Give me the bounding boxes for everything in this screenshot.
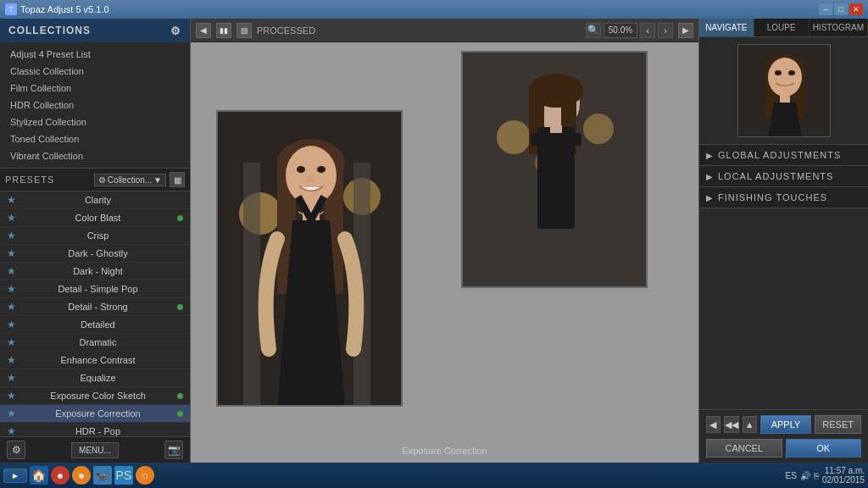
star-icon: ★ bbox=[7, 194, 19, 206]
list-item[interactable]: HDR Collection bbox=[0, 97, 190, 114]
svg-point-2 bbox=[583, 114, 614, 144]
svg-point-33 bbox=[788, 70, 795, 75]
taskbar-volume-icon: 🔊 bbox=[800, 471, 810, 480]
navigation-thumbnail bbox=[737, 44, 831, 137]
svg-point-21 bbox=[317, 166, 326, 173]
preset-item[interactable]: ★ Enhance Contrast bbox=[0, 352, 190, 369]
star-icon: ★ bbox=[7, 247, 19, 259]
after-image bbox=[216, 110, 403, 407]
preset-item[interactable]: ★ Dramatic bbox=[0, 334, 190, 352]
presets-header: PRESETS ⚙ Collection... ▼ ▦ bbox=[0, 169, 190, 191]
taskbar-icon-1[interactable]: 🏠 bbox=[30, 466, 48, 485]
chevron-right-icon: ▶ bbox=[706, 172, 713, 181]
taskbar-icon-3[interactable]: ● bbox=[72, 466, 91, 485]
preset-item[interactable]: ★ Color Blast bbox=[0, 209, 190, 227]
reset-button[interactable]: RESET bbox=[815, 415, 861, 434]
preset-dot-empty bbox=[177, 375, 183, 381]
nav-prev-button[interactable]: ◀ bbox=[706, 416, 721, 433]
next-button[interactable]: ▶ bbox=[678, 23, 693, 38]
presets-label: PRESETS bbox=[5, 175, 54, 185]
camera-button[interactable]: 📷 bbox=[164, 441, 183, 459]
taskbar-icon-6[interactable]: ○ bbox=[136, 466, 154, 485]
apply-button[interactable]: APPLY bbox=[760, 415, 812, 434]
menu-button[interactable]: MENU... bbox=[71, 442, 119, 458]
before-image bbox=[461, 51, 648, 288]
preset-item[interactable]: ★ Dark - Night bbox=[0, 263, 190, 280]
processed-label: PROCESSED bbox=[257, 25, 581, 36]
settings-button[interactable]: ⚙ bbox=[7, 441, 25, 459]
tab-histogram[interactable]: HISTOGRAM bbox=[810, 19, 868, 36]
preset-item[interactable]: ★ Exposure Color Sketch bbox=[0, 387, 190, 405]
ok-button[interactable]: OK bbox=[786, 439, 862, 458]
maximize-button[interactable]: □ bbox=[834, 3, 848, 15]
collections-header: COLLECTIONS ⚙ bbox=[0, 19, 190, 42]
local-adjustments-section: ▶ LOCAL ADJUSTMENTS bbox=[699, 166, 868, 187]
svg-point-1 bbox=[497, 120, 531, 154]
list-item[interactable]: Stylized Collection bbox=[0, 114, 190, 130]
preset-dot-empty bbox=[177, 286, 183, 292]
before-image-svg bbox=[463, 53, 648, 288]
global-adjustments-header[interactable]: ▶ GLOBAL ADJUSTMENTS bbox=[699, 145, 868, 165]
cancel-button[interactable]: CANCEL bbox=[706, 439, 782, 458]
presets-list: ★ Clarity ★ Color Blast ★ Crisp ★ Dark -… bbox=[0, 191, 190, 436]
local-adjustments-header[interactable]: ▶ LOCAL ADJUSTMENTS bbox=[699, 166, 868, 186]
chevron-right-icon: ▶ bbox=[706, 151, 713, 160]
preset-item[interactable]: ★ Detail - Simple Pop bbox=[0, 280, 190, 298]
preset-item[interactable]: ★ Clarity bbox=[0, 191, 190, 209]
list-item[interactable]: Classic Collection bbox=[0, 63, 190, 80]
zoom-group: 🔍 50.0% ‹ › bbox=[586, 23, 673, 38]
collection-dropdown[interactable]: ⚙ Collection... ▼ bbox=[94, 174, 166, 186]
preset-name: Dark - Ghostly bbox=[24, 248, 172, 258]
list-item[interactable]: Toned Collection bbox=[0, 130, 190, 147]
preset-item[interactable]: ★ Detailed bbox=[0, 316, 190, 334]
taskbar-right: ES 🔊 ⎘ 11:57 a.m. 02/01/2015 bbox=[786, 466, 865, 485]
start-button[interactable]: ► bbox=[3, 469, 27, 483]
svg-point-32 bbox=[775, 70, 782, 75]
zoom-out-button[interactable]: ‹ bbox=[640, 23, 655, 38]
view-icon-2[interactable]: ▧ bbox=[236, 23, 252, 38]
preset-item[interactable]: ★ Dark - Ghostly bbox=[0, 245, 190, 263]
star-icon: ★ bbox=[7, 336, 19, 348]
view-icon-1[interactable]: ▮▮ bbox=[216, 23, 231, 38]
right-tabs: NAVIGATE LOUPE HISTOGRAM bbox=[699, 19, 868, 37]
star-icon: ★ bbox=[7, 372, 19, 384]
close-button[interactable]: ✕ bbox=[849, 3, 863, 15]
taskbar-icon-2[interactable]: ● bbox=[51, 466, 70, 485]
svg-rect-10 bbox=[531, 133, 581, 146]
grid-view-button[interactable]: ▦ bbox=[170, 172, 185, 187]
taskbar-date: 02/01/2015 bbox=[822, 475, 865, 485]
preset-item[interactable]: ★ Equalize bbox=[0, 369, 190, 387]
gear-icon[interactable]: ⚙ bbox=[170, 25, 181, 37]
nav-prev2-button[interactable]: ◀◀ bbox=[724, 416, 739, 433]
minimize-button[interactable]: – bbox=[819, 3, 832, 15]
list-item[interactable]: Film Collection bbox=[0, 80, 190, 97]
star-icon: ★ bbox=[7, 425, 19, 436]
finishing-touches-header[interactable]: ▶ FINISHING TOUCHES bbox=[699, 187, 868, 208]
preset-dot-empty bbox=[177, 233, 183, 239]
zoom-search-icon[interactable]: 🔍 bbox=[586, 23, 601, 38]
preset-item[interactable]: ★ Detail - Strong bbox=[0, 298, 190, 316]
preset-item[interactable]: ★ Crisp bbox=[0, 227, 190, 245]
preset-dot-empty bbox=[177, 429, 183, 435]
preset-dot-empty bbox=[177, 340, 183, 346]
thumbnail-svg bbox=[738, 45, 831, 137]
preset-item[interactable]: ★ HDR - Pop bbox=[0, 423, 190, 436]
nav-copy-button[interactable]: ▲ bbox=[743, 416, 757, 433]
zoom-in-button[interactable]: › bbox=[658, 23, 673, 38]
title-bar: T Topaz Adjust 5 v5.1.0 – □ ✕ bbox=[0, 0, 868, 19]
chevron-right-icon: ▶ bbox=[706, 193, 713, 202]
global-adjustments-section: ▶ GLOBAL ADJUSTMENTS bbox=[699, 145, 868, 166]
svg-point-31 bbox=[768, 58, 802, 97]
list-item[interactable]: Adjust 4 Preset List bbox=[0, 46, 190, 63]
zoom-input[interactable]: 50.0% bbox=[604, 23, 637, 38]
tab-loupe[interactable]: LOUPE bbox=[754, 19, 810, 36]
taskbar-icon-4[interactable]: 🐜 bbox=[93, 466, 112, 485]
star-icon: ★ bbox=[7, 301, 19, 313]
tab-navigate[interactable]: NAVIGATE bbox=[699, 19, 754, 36]
list-item[interactable]: Vibrant Collection bbox=[0, 147, 190, 164]
star-icon: ★ bbox=[7, 319, 19, 330]
taskbar-icon-5[interactable]: PS bbox=[114, 466, 133, 485]
prev-button[interactable]: ◀ bbox=[196, 23, 211, 38]
star-icon: ★ bbox=[7, 408, 19, 419]
preset-item-active[interactable]: ★ Exposure Correction bbox=[0, 405, 190, 423]
